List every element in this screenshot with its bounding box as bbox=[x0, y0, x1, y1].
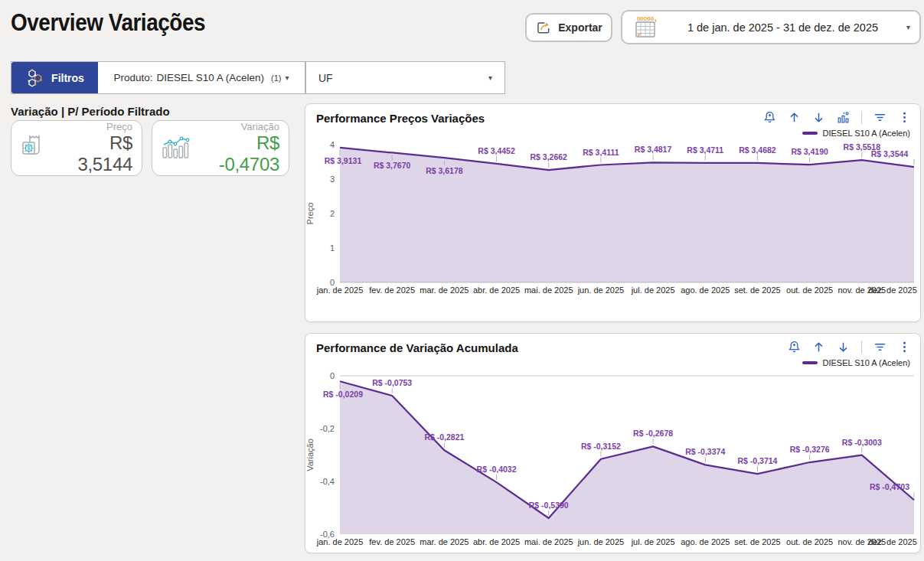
more-options-icon[interactable] bbox=[898, 111, 911, 124]
chevron-down-icon: ▾ bbox=[906, 23, 910, 31]
svg-text:1: 1 bbox=[330, 243, 335, 253]
svg-text:R$ 3,6178: R$ 3,6178 bbox=[426, 166, 463, 175]
svg-text:R$ -0,3276: R$ -0,3276 bbox=[790, 445, 830, 454]
chart-title: Performance de Variação Acumulada bbox=[316, 341, 518, 354]
svg-text:jan. de 2025: jan. de 2025 bbox=[316, 285, 364, 295]
kpi-label: Variação bbox=[195, 121, 279, 132]
drill-down-icon[interactable] bbox=[812, 111, 825, 124]
uf-dropdown[interactable]: UF ▾ bbox=[305, 61, 505, 94]
svg-text:R$ -0,2678: R$ -0,2678 bbox=[633, 429, 673, 438]
filtros-button-label: Filtros bbox=[51, 72, 84, 84]
svg-text:-0,2: -0,2 bbox=[320, 424, 335, 433]
legend-label: DIESEL S10 A (Acelen) bbox=[822, 129, 910, 138]
visual-header-toolbar bbox=[763, 111, 911, 124]
chevron-down-icon: ▾ bbox=[488, 73, 492, 82]
svg-text:0: 0 bbox=[330, 371, 335, 380]
svg-text:jun. de 2025: jun. de 2025 bbox=[577, 537, 625, 546]
export-button-label: Exportar bbox=[558, 21, 602, 34]
svg-text:mar. de 2025: mar. de 2025 bbox=[420, 537, 469, 546]
filter-icon[interactable] bbox=[873, 111, 886, 124]
svg-text:R$ -0,3152: R$ -0,3152 bbox=[581, 442, 621, 451]
produto-dropdown[interactable]: Produto: DIESEL S10 A (Acelen) (1) ▾ bbox=[98, 72, 305, 83]
kpi-section-title: Variação | P/ Período Filtrado bbox=[11, 105, 170, 118]
svg-text:00000: 00000 bbox=[637, 15, 655, 22]
svg-text:R$ 3,2662: R$ 3,2662 bbox=[530, 152, 567, 161]
chart-card-precos: Performance Preços Variações DIESEL S10 … bbox=[305, 103, 921, 322]
svg-text:3: 3 bbox=[330, 174, 335, 184]
svg-text:ago. de 2025: ago. de 2025 bbox=[681, 537, 730, 546]
receipt-price-icon: $ bbox=[18, 131, 54, 166]
svg-text:-0,4: -0,4 bbox=[320, 477, 335, 486]
svg-text:2: 2 bbox=[330, 209, 335, 218]
svg-text:R$ 3,4190: R$ 3,4190 bbox=[791, 147, 828, 156]
svg-text:ago. de 2025: ago. de 2025 bbox=[681, 285, 730, 295]
legend-line-swatch bbox=[802, 361, 818, 364]
produto-value: DIESEL S10 A (Acelen) bbox=[156, 72, 264, 83]
area-chart-precos[interactable]: 43210PreçoR$ 3,9131R$ 3,7670R$ 3,6178R$ … bbox=[305, 139, 920, 302]
svg-text:mar. de 2025: mar. de 2025 bbox=[420, 285, 469, 295]
svg-text:R$ 3,7670: R$ 3,7670 bbox=[374, 161, 411, 170]
toolbar-divider bbox=[861, 341, 862, 354]
svg-text:R$ -0,4032: R$ -0,4032 bbox=[477, 465, 517, 474]
filtros-button[interactable]: Filtros bbox=[11, 62, 98, 93]
date-range-value: 1 de jan. de 2025 - 31 de dez. de 2025 bbox=[659, 21, 906, 34]
svg-text:out. de 2025: out. de 2025 bbox=[786, 537, 833, 546]
legend: DIESEL S10 A (Acelen) bbox=[802, 129, 910, 138]
svg-text:R$ 3,4711: R$ 3,4711 bbox=[687, 145, 723, 155]
svg-text:R$ 3,4817: R$ 3,4817 bbox=[635, 145, 672, 154]
svg-text:abr. de 2025: abr. de 2025 bbox=[473, 537, 520, 546]
svg-text:set. de 2025: set. de 2025 bbox=[734, 285, 781, 295]
page-title: Overview Variações bbox=[11, 9, 205, 37]
svg-text:fev. de 2025: fev. de 2025 bbox=[369, 285, 415, 295]
chart-title: Performance Preços Variações bbox=[316, 112, 485, 125]
kpi-value-preco: R$ 3,5144 bbox=[54, 132, 132, 175]
dashboard: Overview Variações Exportar 00000 1 de j… bbox=[0, 0, 924, 561]
svg-text:R$ -0,0753: R$ -0,0753 bbox=[372, 378, 412, 387]
svg-text:$: $ bbox=[28, 145, 31, 152]
kpi-label: Preço bbox=[54, 121, 132, 132]
svg-text:R$ 3,3544: R$ 3,3544 bbox=[871, 149, 909, 158]
filter-bar: Filtros Produto: DIESEL S10 A (Acelen) (… bbox=[11, 61, 305, 94]
chart-card-variacao-acumulada: Performance de Variação Acumulada DIESEL… bbox=[305, 333, 921, 553]
legend: DIESEL S10 A (Acelen) bbox=[802, 358, 910, 367]
svg-text:Variação: Variação bbox=[305, 439, 315, 471]
alert-bell-icon[interactable] bbox=[763, 111, 776, 124]
svg-text:R$ -0,3714: R$ -0,3714 bbox=[737, 456, 777, 465]
svg-text:jul. de 2025: jul. de 2025 bbox=[631, 537, 675, 546]
drill-up-icon[interactable] bbox=[812, 341, 825, 354]
svg-text:R$ -0,3374: R$ -0,3374 bbox=[685, 447, 725, 456]
svg-text:jan. de 2025: jan. de 2025 bbox=[316, 537, 364, 546]
date-range-picker[interactable]: 00000 1 de jan. de 2025 - 31 de dez. de … bbox=[621, 10, 921, 44]
drill-up-icon[interactable] bbox=[788, 111, 801, 124]
visual-header-toolbar bbox=[788, 341, 911, 354]
svg-text:out. de 2025: out. de 2025 bbox=[786, 285, 833, 295]
legend-line-swatch bbox=[802, 132, 818, 135]
insights-icon[interactable] bbox=[837, 111, 850, 124]
chevron-down-icon: ▾ bbox=[286, 73, 289, 82]
export-icon bbox=[535, 20, 552, 35]
calendar-icon: 00000 bbox=[632, 14, 659, 41]
area-chart-variacao-acumulada[interactable]: 0-0,2-0,4-0,6VariaçãoR$ -0,0209R$ -0,075… bbox=[305, 369, 920, 553]
toolbar-divider bbox=[861, 111, 862, 124]
svg-text:jun. de 2025: jun. de 2025 bbox=[577, 285, 625, 295]
svg-text:R$ -0,0209: R$ -0,0209 bbox=[323, 390, 363, 399]
uf-label: UF bbox=[318, 72, 333, 84]
kpi-card-variacao: Variação R$ -0,4703 bbox=[152, 120, 289, 176]
more-options-icon[interactable] bbox=[898, 341, 911, 354]
svg-text:dez. de 2025: dez. de 2025 bbox=[868, 537, 917, 546]
svg-text:R$ -0,2821: R$ -0,2821 bbox=[424, 432, 464, 442]
svg-text:mai. de 2025: mai. de 2025 bbox=[524, 537, 573, 546]
kpi-value-variacao: R$ -0,4703 bbox=[195, 132, 279, 175]
produto-label: Produto: bbox=[113, 72, 152, 83]
bar-trend-icon bbox=[158, 131, 195, 166]
filter-icon[interactable] bbox=[873, 341, 886, 354]
svg-text:R$ 3,4682: R$ 3,4682 bbox=[739, 145, 776, 155]
alert-bell-icon[interactable] bbox=[788, 341, 801, 354]
filtros-hexagons-icon bbox=[25, 67, 44, 89]
svg-text:fev. de 2025: fev. de 2025 bbox=[369, 537, 415, 546]
export-button[interactable]: Exportar bbox=[525, 13, 612, 42]
kpi-card-preco: $ Preço R$ 3,5144 bbox=[11, 120, 142, 176]
svg-text:R$ 3,9131: R$ 3,9131 bbox=[325, 156, 362, 165]
svg-text:mai. de 2025: mai. de 2025 bbox=[524, 285, 573, 295]
drill-down-icon[interactable] bbox=[837, 341, 850, 354]
